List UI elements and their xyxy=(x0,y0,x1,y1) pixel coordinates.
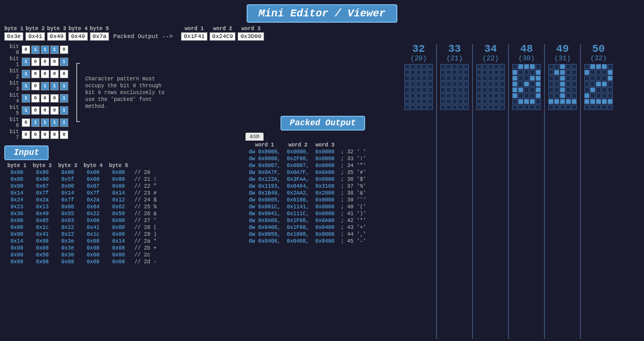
bit-cell[interactable]: 1 xyxy=(31,118,40,127)
char-pixel xyxy=(452,64,457,69)
table-cell: 0x30 xyxy=(55,252,80,259)
table-row: dw 0x0050,0x1800,0x0000; 44 ',' xyxy=(246,231,369,238)
char-pixel xyxy=(518,87,523,93)
bit-cell[interactable]: 0 xyxy=(60,45,68,54)
bit-cell[interactable]: 1 xyxy=(41,118,49,127)
table-cell: // 23 # xyxy=(131,190,160,197)
char-pixel xyxy=(572,87,577,93)
bit-cell[interactable]: 0 xyxy=(41,94,49,103)
char-pixel xyxy=(488,87,493,93)
bit-cell[interactable]: 0 xyxy=(50,58,59,66)
bit-cell[interactable]: 0 xyxy=(31,58,40,66)
table-row: 0x000x500x300x000x00// 2c xyxy=(4,252,160,259)
bit-cell[interactable]: 1 xyxy=(50,45,59,54)
bit-cell[interactable]: 0 xyxy=(31,106,40,115)
bit-cell[interactable]: 0 xyxy=(41,106,49,115)
bit-cell[interactable]: 1 xyxy=(50,118,59,127)
bit-cell[interactable]: 0 xyxy=(60,131,68,139)
bit-cell[interactable]: 0 xyxy=(50,131,59,139)
bit-cell[interactable]: 0 xyxy=(22,118,30,127)
char-pixel-grid xyxy=(404,64,433,110)
char-pixel xyxy=(602,99,607,104)
char-col-4: 49(31) xyxy=(548,44,577,339)
char-pixel xyxy=(440,93,446,98)
input-table-scroll[interactable]: byte 1byte 2byte 3byte 4byte 5 0x000x000… xyxy=(4,162,239,265)
char-pixel xyxy=(602,64,607,69)
char-pixel xyxy=(518,70,523,75)
char-pixel xyxy=(410,99,415,104)
char-pixel xyxy=(464,70,469,75)
word-group: word 1 0x1F41word 2 0x24C9word 3 0x3D00 xyxy=(181,26,264,41)
char-pixel xyxy=(512,105,518,110)
char-pixel xyxy=(410,105,415,110)
bit-cell[interactable]: 0 xyxy=(31,82,40,90)
table-cell: 0x0A00 xyxy=(312,169,338,176)
bit-cell[interactable]: 0 xyxy=(41,58,49,66)
table-cell: 0x08 xyxy=(80,245,106,252)
char-pixel xyxy=(422,64,427,69)
byte-value: 0x49 xyxy=(68,32,87,41)
bit-cell[interactable]: 0 xyxy=(22,45,30,54)
bit-cell[interactable]: 0 xyxy=(31,131,40,139)
char-pixel xyxy=(554,105,559,110)
char-pixel xyxy=(590,64,595,69)
char-pixel xyxy=(422,87,427,93)
byte-label: byte 4 xyxy=(68,26,87,32)
table-cell: 0x00 xyxy=(55,183,80,190)
bit-cell[interactable]: 1 xyxy=(60,58,68,66)
bit-cell[interactable]: 0 xyxy=(50,106,59,115)
bit-cell[interactable]: 1 xyxy=(60,118,68,127)
char-pixel-grid xyxy=(440,64,469,110)
bit-cell[interactable]: 0 xyxy=(60,70,68,78)
table-cell: ; 32 ' ' xyxy=(338,149,369,155)
char-pixel xyxy=(548,76,554,81)
word-col-2: word 3 0x3D00 xyxy=(238,26,264,41)
asm-tab[interactable]: asm xyxy=(246,133,264,141)
char-pixel xyxy=(464,81,469,87)
char-pixel xyxy=(464,99,469,104)
word-value: 0x3D00 xyxy=(238,32,264,41)
bit-cell[interactable]: 0 xyxy=(31,70,40,78)
bit-cell[interactable]: 1 xyxy=(22,94,30,103)
bit-cell[interactable]: 1 xyxy=(50,82,59,90)
char-pixel xyxy=(500,70,505,75)
packed-output-table-scroll[interactable]: word 1word 2word 3 dw 0x0000,0x0000,0x00… xyxy=(246,142,400,245)
bit-cell[interactable]: 0 xyxy=(41,131,49,139)
bit-cell[interactable]: 0 xyxy=(41,70,49,78)
byte-value: 0x41 xyxy=(25,32,44,41)
table-cell: 0x36 xyxy=(4,210,30,217)
bit-row-6: bit 601111 xyxy=(4,117,68,128)
char-pixel xyxy=(488,99,493,104)
char-pixel xyxy=(602,105,607,110)
bit-cell[interactable]: 1 xyxy=(22,70,30,78)
bit-cell[interactable]: 1 xyxy=(22,58,30,66)
char-pixel-grid xyxy=(512,64,541,110)
bit-cell[interactable]: 1 xyxy=(41,82,49,90)
bit-cell[interactable]: 0 xyxy=(50,94,59,103)
char-pixel xyxy=(607,76,613,81)
table-cell: // 28 ( xyxy=(131,224,160,231)
bit-cell[interactable]: 1 xyxy=(31,45,40,54)
bit-cell[interactable]: 1 xyxy=(41,45,49,54)
char-pixel xyxy=(572,76,577,81)
char-pixel xyxy=(584,70,589,75)
bit-cell[interactable]: 1 xyxy=(60,82,68,90)
bit-cell[interactable]: 0 xyxy=(31,94,40,103)
char-pixel xyxy=(482,99,487,104)
bit-cell[interactable]: 1 xyxy=(22,82,30,90)
bit-cell[interactable]: 1 xyxy=(60,106,68,115)
table-cell: 0x07 xyxy=(30,183,55,190)
table-row: dw 0x0007,0x0007,0x0000; 34 '"' xyxy=(246,162,369,169)
bit-row-1: bit 110001 xyxy=(4,56,68,68)
bit-grid-section: bit 001110bit 110001bit 210000bit 310111… xyxy=(0,42,243,143)
char-pixel xyxy=(512,81,518,87)
bit-cell[interactable]: 0 xyxy=(22,131,30,139)
bit-cell[interactable]: 1 xyxy=(22,106,30,115)
table-cell: // 2d - xyxy=(131,259,160,265)
char-pixel xyxy=(440,105,446,110)
char-pixel xyxy=(500,64,505,69)
char-pixel xyxy=(500,105,505,110)
bit-cell[interactable]: 0 xyxy=(50,70,59,78)
table-cell: dw 0x0000, xyxy=(246,149,284,155)
bit-cell[interactable]: 1 xyxy=(60,94,68,103)
